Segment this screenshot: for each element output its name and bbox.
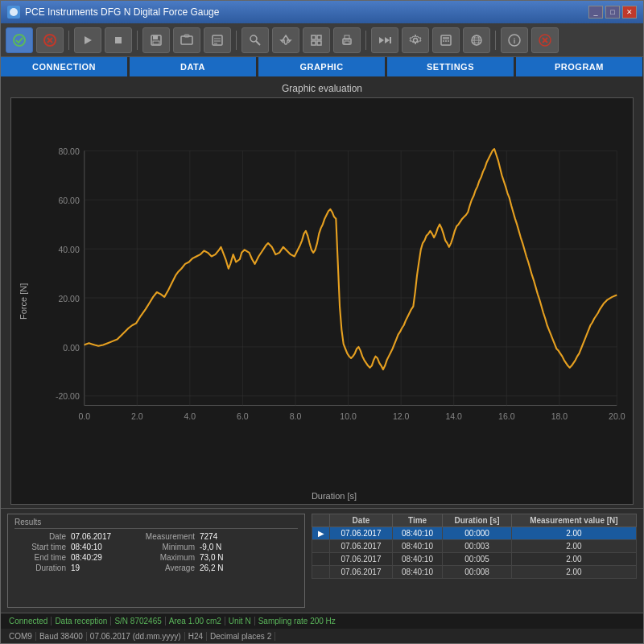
maximize-button[interactable]: □ xyxy=(605,6,620,19)
date-value: 07.06.2017 xyxy=(71,532,135,541)
grid-tool-button[interactable] xyxy=(303,27,330,53)
row-value: 2.00 xyxy=(511,553,636,566)
screenshot-tool-button[interactable] xyxy=(173,27,200,53)
svg-text:80.00: 80.00 xyxy=(59,147,80,156)
row-duration: 00:003 xyxy=(443,540,511,553)
row-value: 2.00 xyxy=(511,540,636,553)
svg-point-0 xyxy=(10,8,18,16)
col-measurement[interactable]: Measurement value [N] xyxy=(511,514,636,527)
svg-point-28 xyxy=(414,38,418,42)
row-date: 07.06.2017 xyxy=(330,527,392,540)
status2-date-format: 07.06.2017 (dd.mm.yyyy) xyxy=(87,632,185,641)
row-time: 08:40:10 xyxy=(392,527,443,540)
results-grid: Date 07.06.2017 Measurement 7274 Start t… xyxy=(14,532,298,572)
svg-text:18.0: 18.0 xyxy=(551,411,568,421)
chart-inner: .grid-line { stroke: #333; stroke-width:… xyxy=(35,98,633,504)
status2-com: COM9 xyxy=(6,632,36,641)
svg-text:4.0: 4.0 xyxy=(184,411,196,421)
tab-settings[interactable]: SETTINGS xyxy=(387,57,514,76)
status-unit: Unit N xyxy=(225,617,255,625)
edit-tool-button[interactable] xyxy=(204,27,231,53)
play-tool-button[interactable] xyxy=(74,27,101,53)
status2-h24: H24 xyxy=(185,632,207,641)
cancel-tool-button[interactable] xyxy=(36,27,64,53)
info-tool-button[interactable]: i xyxy=(501,27,528,53)
results-panel: Results Date 07.06.2017 Measurement 7274… xyxy=(7,514,305,608)
svg-text:0.00: 0.00 xyxy=(63,343,80,353)
row-duration: 00:000 xyxy=(443,527,511,540)
status-serial: S/N 8702465 xyxy=(111,617,165,625)
main-window: PCE Instruments DFG N Digital Force Gaug… xyxy=(0,0,644,644)
close-tool-button[interactable] xyxy=(531,27,559,53)
table-row[interactable]: ▶ 07.06.2017 08:40:10 00:000 2.00 xyxy=(312,527,637,540)
status-bar-1: Connected Data reception S/N 8702465 Are… xyxy=(1,613,643,629)
toolbar-separator-4 xyxy=(365,31,366,50)
end-time-value: 08:40:29 xyxy=(71,553,135,562)
print-tool-button[interactable] xyxy=(333,27,361,53)
row-duration: 00:008 xyxy=(443,566,511,579)
table-header-row: Date Time Duration [s] Measurement value… xyxy=(312,514,637,527)
minimum-label: Minimum xyxy=(135,543,200,551)
svg-text:60.00: 60.00 xyxy=(59,196,80,205)
toolbar-separator-3 xyxy=(236,31,237,50)
calc-tool-button[interactable] xyxy=(432,27,460,53)
status-connected: Connected xyxy=(6,617,52,625)
check-tool-button[interactable] xyxy=(6,27,33,53)
col-date[interactable]: Date xyxy=(330,514,392,527)
stop-tool-button[interactable] xyxy=(105,27,132,53)
average-label: Average xyxy=(135,564,200,572)
globe-tool-button[interactable] xyxy=(463,27,490,53)
col-time[interactable]: Time xyxy=(392,514,443,527)
row-time: 08:40:10 xyxy=(392,553,443,566)
table-row[interactable]: 07.06.2017 08:40:10 00:005 2.00 xyxy=(312,553,637,566)
close-button[interactable]: ✕ xyxy=(622,6,637,19)
row-time: 08:40:10 xyxy=(392,566,443,579)
chart-container: Force [N] .grid-line { stroke: #333; str… xyxy=(10,97,634,505)
bottom-panel: Results Date 07.06.2017 Measurement 7274… xyxy=(1,508,643,613)
status-area: Area 1.00 cm2 xyxy=(166,617,225,625)
maximum-label: Maximum xyxy=(135,553,200,562)
forward-tool-button[interactable] xyxy=(371,27,398,53)
y-axis-label: Force [N] xyxy=(11,98,35,504)
table-wrapper[interactable]: Date Time Duration [s] Measurement value… xyxy=(312,514,637,608)
app-icon xyxy=(7,6,20,19)
window-title: PCE Instruments DFG N Digital Force Gaug… xyxy=(25,6,588,18)
col-indicator xyxy=(312,514,330,527)
tab-connection[interactable]: CONNECTION xyxy=(1,57,128,76)
main-content: Graphic evaluation Force [N] .grid-line … xyxy=(1,76,643,643)
search-tool-button[interactable] xyxy=(242,27,269,53)
end-time-label: End time xyxy=(14,553,71,562)
tab-graphic[interactable]: GRAPHIC xyxy=(258,57,386,76)
svg-rect-8 xyxy=(153,35,158,39)
svg-text:2.0: 2.0 xyxy=(131,411,143,421)
table-row[interactable]: 07.06.2017 08:40:10 00:003 2.00 xyxy=(312,540,637,553)
x-axis-label: Duration [s] xyxy=(312,491,357,501)
svg-rect-6 xyxy=(115,37,122,43)
svg-marker-25 xyxy=(379,37,384,43)
svg-rect-19 xyxy=(317,35,321,39)
row-date: 07.06.2017 xyxy=(330,566,392,579)
tab-program[interactable]: PROGRAM xyxy=(516,57,643,76)
start-time-label: Start time xyxy=(14,543,71,551)
svg-marker-26 xyxy=(385,37,390,43)
nav-tabs: CONNECTION DATA GRAPHIC SETTINGS PROGRAM xyxy=(1,57,643,76)
row-duration: 00:005 xyxy=(443,553,511,566)
minimize-button[interactable]: _ xyxy=(588,6,603,19)
toolbar: i xyxy=(1,23,643,57)
save-tool-button[interactable] xyxy=(142,27,170,53)
table-row[interactable]: 07.06.2017 08:40:10 00:008 2.00 xyxy=(312,566,637,579)
row-indicator: ▶ xyxy=(312,527,330,540)
svg-text:10.0: 10.0 xyxy=(340,411,357,421)
recycle-tool-button[interactable] xyxy=(272,27,299,53)
measurement-label: Measurement xyxy=(135,532,200,541)
settings-tool-button[interactable] xyxy=(402,27,429,53)
tab-data[interactable]: DATA xyxy=(130,57,257,76)
col-duration[interactable]: Duration [s] xyxy=(443,514,511,527)
results-title: Results xyxy=(14,518,298,529)
status-sampling: Sampling rate 200 Hz xyxy=(255,617,339,625)
svg-text:20.00: 20.00 xyxy=(59,294,80,303)
average-value: 26,2 N xyxy=(200,564,248,572)
status2-baud: Baud 38400 xyxy=(36,632,87,641)
title-bar: PCE Instruments DFG N Digital Force Gaug… xyxy=(1,1,643,23)
duration-value: 19 xyxy=(71,564,135,572)
